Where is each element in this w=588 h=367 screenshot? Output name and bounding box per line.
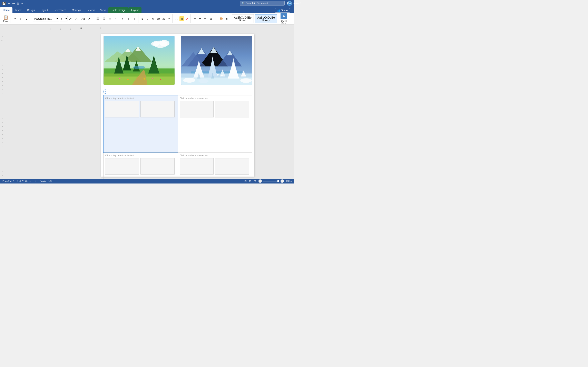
svg-point-94 xyxy=(151,42,159,46)
right-scrollbar[interactable] xyxy=(291,25,294,179)
justify-button[interactable]: ▤ xyxy=(208,16,213,21)
subscript-button[interactable]: x₂ xyxy=(161,16,166,21)
svg-rect-0 xyxy=(0,25,3,179)
italic-button[interactable]: I xyxy=(145,16,150,21)
cell-image-row-3 xyxy=(105,158,176,175)
search-box[interactable]: 🔍 Search in Document xyxy=(240,1,285,6)
proofing-icon[interactable]: ✓ xyxy=(35,180,36,183)
paste-area[interactable]: 📋 Paste xyxy=(2,14,10,23)
status-bar: Page 2 of 2 7 of 28 Words ✓ English (US)… xyxy=(0,179,294,184)
cell-placeholder-2-2: Click or tap here to enter text. xyxy=(180,154,209,157)
more-options-icon[interactable]: ▾ xyxy=(21,1,23,5)
format-painter-button[interactable]: 🖌 xyxy=(24,16,30,22)
zoom-slider[interactable] xyxy=(263,181,279,182)
title-bar-right: 🔍 Search in Document 👤 xyxy=(240,1,292,6)
change-case-button[interactable]: Aa xyxy=(80,16,86,22)
svg-point-90 xyxy=(160,79,161,80)
highlight-button[interactable]: ab xyxy=(180,16,184,21)
borders-button[interactable]: ⊞ xyxy=(224,16,229,21)
svg-point-93 xyxy=(159,40,169,46)
increase-font-button[interactable]: A↑ xyxy=(68,16,74,22)
numbering-button[interactable]: ☷ xyxy=(101,16,107,22)
align-right-button[interactable]: ➡ xyxy=(203,16,208,21)
redo-icon[interactable]: ↪ xyxy=(12,1,15,5)
clear-formatting-button[interactable]: ✗ xyxy=(86,16,92,22)
ruler-top-marks: 14 15 16 18 20 21 22 24 25 xyxy=(40,26,101,30)
strikethrough-button[interactable]: ab xyxy=(156,16,161,21)
page-info: Page 2 of 2 xyxy=(2,180,14,182)
font-size-selector[interactable]: 9 ▾ xyxy=(60,16,68,21)
tab-table-design[interactable]: Table Design xyxy=(108,7,128,13)
zoom-out-button[interactable]: − xyxy=(259,179,262,183)
table-cell-2-1[interactable]: Click or tap here to enter text. xyxy=(104,152,178,179)
font-color-button[interactable]: A xyxy=(185,16,190,21)
align-center-button[interactable]: ⬌ xyxy=(198,16,203,21)
zoom-in-button[interactable]: + xyxy=(281,179,284,183)
styles-pane-icon: A xyxy=(281,13,287,19)
table-cell-2-2[interactable]: Click or tap here to enter text. xyxy=(178,152,252,179)
line-spacing-button[interactable]: ↕ xyxy=(214,16,218,21)
table-cell-1-2[interactable]: Click or tap here to enter text. xyxy=(178,95,252,152)
tab-design[interactable]: Design xyxy=(24,7,38,13)
font-group: Posterama (Bo... ▾ 9 ▾ A↑ A↓ Aa ✗ xyxy=(32,14,93,23)
svg-point-89 xyxy=(152,78,153,79)
paste-icon: 📋 xyxy=(3,15,8,20)
tab-layout[interactable]: Layout xyxy=(38,7,51,13)
view-focus-button[interactable]: ⊞ xyxy=(249,180,251,183)
decrease-font-button[interactable]: A↓ xyxy=(74,16,80,22)
tab-insert[interactable]: Insert xyxy=(12,7,24,13)
view-print-button[interactable]: ⊡ xyxy=(254,180,256,183)
tab-home[interactable]: Home xyxy=(0,7,12,13)
cut-button[interactable]: ✂ xyxy=(12,16,18,22)
zoom-slider-thumb xyxy=(277,180,279,182)
copy-button[interactable]: ⎘ xyxy=(18,16,24,22)
language-label[interactable]: English (US) xyxy=(40,180,52,182)
font-selector[interactable]: Posterama (Bo... ▾ xyxy=(33,16,59,21)
cell-placeholder-2-1: Click or tap here to enter text. xyxy=(105,154,135,157)
tab-layout-context[interactable]: Layout xyxy=(129,7,141,13)
style-normal-preview: AaBbCcDdEe xyxy=(234,16,251,19)
cell-image-4-left xyxy=(180,158,214,175)
table-cell-1-1[interactable]: Click or tap here to enter text. xyxy=(104,95,178,152)
bullets-button[interactable]: ☰ xyxy=(95,16,101,22)
align-left-button[interactable]: ⬅ xyxy=(192,16,197,21)
save-icon[interactable]: 💾 xyxy=(2,1,6,5)
multilevel-list-button[interactable]: ≡ xyxy=(107,16,113,22)
svg-point-86 xyxy=(127,79,129,80)
underline-button[interactable]: U xyxy=(151,16,156,21)
increase-indent-button[interactable]: ⇥ xyxy=(120,16,125,22)
zoom-level[interactable]: 100% xyxy=(286,180,292,182)
document-scroll-area[interactable]: 14 15 16 18 20 21 22 24 25 xyxy=(3,25,291,179)
undo-icon[interactable]: ↩ xyxy=(8,1,10,5)
svg-point-88 xyxy=(144,78,145,80)
sort-button[interactable]: ↕ xyxy=(126,16,131,22)
add-row-button[interactable]: + xyxy=(103,90,107,94)
show-formatting-button[interactable]: ¶ xyxy=(132,16,138,22)
style-message-button[interactable]: AaBbCcDdEe Message xyxy=(255,14,277,23)
document-title: Document2 xyxy=(287,2,294,5)
superscript-button[interactable]: x² xyxy=(167,16,172,21)
tab-view[interactable]: View xyxy=(98,7,109,13)
line-3 xyxy=(105,123,176,123)
style-normal-button[interactable]: AaBbCcDdEe Normal xyxy=(232,14,254,23)
shading-button[interactable]: 🎨 xyxy=(219,16,224,21)
tab-mailings[interactable]: Mailings xyxy=(69,7,84,13)
winter-forest-image[interactable] xyxy=(181,36,252,85)
view-web-button[interactable]: ⊟ xyxy=(244,180,247,183)
cell-image-1-left xyxy=(105,101,139,117)
cell-lines-2 xyxy=(180,119,251,123)
svg-point-121 xyxy=(221,75,223,76)
text-effects-button[interactable]: A xyxy=(174,16,179,21)
tab-review[interactable]: Review xyxy=(84,7,97,13)
styles-pane-button[interactable]: A StylesPane xyxy=(279,12,289,25)
bold-button[interactable]: B xyxy=(140,16,145,21)
table-header-row: + xyxy=(103,90,252,94)
svg-text:15: 15 xyxy=(100,27,101,29)
paste-label: Paste xyxy=(3,20,9,22)
share-icon: 👥 xyxy=(277,9,280,12)
summer-forest-image[interactable] xyxy=(103,36,175,85)
word-count: 7 of 28 Words xyxy=(17,180,31,182)
tab-references[interactable]: References xyxy=(51,7,69,13)
print-icon[interactable]: 🖨 xyxy=(16,1,20,5)
decrease-indent-button[interactable]: ⇤ xyxy=(113,16,119,22)
